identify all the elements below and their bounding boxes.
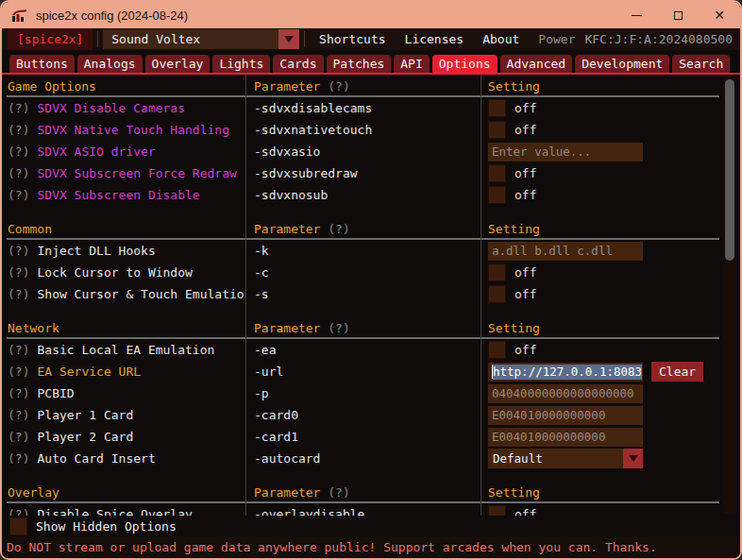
- help-icon[interactable]: (?): [8, 166, 29, 180]
- tab-api[interactable]: API: [394, 55, 429, 73]
- brand-label: [spice2x]: [8, 28, 93, 50]
- option-row-sdvx-asio-driver: (?)SDVX ASIO driver-sdvxasioEnter value.…: [2, 141, 740, 162]
- option-label-cell: (?)EA Service URL: [2, 365, 245, 379]
- checkbox[interactable]: [488, 285, 506, 303]
- option-label: Show Cursor & Touch Emulation B: [37, 287, 245, 301]
- dropdown-select[interactable]: Default: [488, 449, 643, 468]
- options-table: Game OptionsParameter (?)Setting(?)SDVX …: [2, 75, 740, 516]
- tab-cards[interactable]: Cards: [273, 55, 323, 73]
- tab-overlay[interactable]: Overlay: [145, 55, 211, 73]
- triangle-down-icon: [284, 36, 294, 42]
- option-row-inject-dll-hooks: (?)Inject DLL Hooks-ka.dll b.dll c.dll: [2, 240, 740, 262]
- checkbox[interactable]: [488, 263, 506, 281]
- maximize-button[interactable]: [657, 2, 699, 28]
- text-input[interactable]: http://127.0.0.1:8083: [488, 363, 643, 382]
- help-icon[interactable]: (?): [8, 430, 29, 444]
- tab-development[interactable]: Development: [575, 55, 669, 73]
- window-controls: ✕: [616, 2, 740, 28]
- option-row-sdvx-subscreen-disable: (?)SDVX Subscreen Disable-sdvxnosuboff: [2, 184, 740, 206]
- tab-buttons[interactable]: Buttons: [9, 55, 75, 73]
- help-icon[interactable]: (?): [8, 507, 29, 516]
- option-row-disable-spice-overlay: (?)Disable Spice Overlay-overlaydisableo…: [2, 503, 740, 516]
- setting-cell: off: [481, 263, 740, 281]
- tab-lights[interactable]: Lights: [212, 55, 270, 73]
- option-label: Disable Spice Overlay: [37, 507, 192, 516]
- help-icon[interactable]: (?): [8, 244, 29, 258]
- menu-item-shortcuts[interactable]: Shortcuts: [310, 28, 395, 50]
- dropdown-arrow-button[interactable]: [623, 449, 643, 468]
- game-select-arrow-button[interactable]: [278, 29, 299, 49]
- parameter-header-cell: Parameter (?): [245, 485, 481, 500]
- scrollbar[interactable]: [723, 76, 736, 514]
- text-input[interactable]: E004010000000000: [488, 406, 643, 425]
- menu-item-licenses[interactable]: Licenses: [396, 28, 474, 50]
- checkbox[interactable]: [488, 186, 506, 204]
- help-icon[interactable]: (?): [8, 451, 29, 466]
- checkbox[interactable]: [488, 99, 506, 117]
- help-icon[interactable]: (?): [8, 188, 29, 202]
- help-icon[interactable]: (?): [8, 365, 29, 379]
- minimize-button[interactable]: [616, 2, 657, 28]
- clear-button[interactable]: Clear: [651, 362, 703, 382]
- option-label: SDVX Native Touch Handling: [37, 123, 229, 137]
- window-title: spice2x config (2024-08-24): [36, 8, 188, 23]
- text-input[interactable]: 04040000000000000000: [488, 384, 643, 403]
- checkbox[interactable]: [488, 121, 506, 139]
- tab-options[interactable]: Options: [432, 55, 497, 73]
- help-icon[interactable]: (?): [328, 79, 349, 93]
- checkbox[interactable]: [488, 164, 506, 182]
- option-label: Auto Card Insert: [37, 451, 155, 466]
- parameter-cell: -card0: [245, 408, 481, 422]
- tab-search[interactable]: Search: [672, 55, 730, 73]
- text-input[interactable]: a.dll b.dll c.dll: [488, 242, 643, 261]
- setting-header-cell: Setting: [481, 321, 740, 335]
- section-header: OverlayParameter (?)Setting: [2, 483, 740, 501]
- help-icon[interactable]: (?): [8, 123, 29, 137]
- option-row-pcbid: (?)PCBID-p04040000000000000000: [2, 382, 740, 404]
- checkbox[interactable]: [488, 505, 506, 516]
- help-icon[interactable]: (?): [328, 485, 349, 500]
- section-title-cell: Overlay: [2, 485, 245, 500]
- scrollbar-thumb[interactable]: [725, 79, 734, 261]
- parameter-header-cell: Parameter (?): [245, 222, 481, 236]
- help-icon[interactable]: (?): [8, 287, 29, 301]
- help-icon[interactable]: (?): [8, 101, 29, 115]
- tab-advanced[interactable]: Advanced: [500, 55, 573, 73]
- option-label: SDVX Subscreen Disable: [37, 188, 199, 202]
- section-header: CommonParameter (?)Setting: [2, 219, 740, 238]
- checkbox[interactable]: [488, 341, 506, 359]
- help-icon[interactable]: (?): [8, 386, 29, 400]
- setting-cell: off: [481, 186, 740, 204]
- checkbox-state: off: [514, 287, 536, 301]
- tab-analogs[interactable]: Analogs: [77, 55, 143, 73]
- text-input[interactable]: E004010000000000: [488, 428, 643, 447]
- help-icon[interactable]: (?): [8, 144, 29, 159]
- text-input[interactable]: Enter value...: [488, 143, 643, 161]
- help-icon[interactable]: (?): [8, 408, 29, 422]
- show-hidden-checkbox[interactable]: [9, 518, 27, 535]
- option-row-sdvx-subscreen-force-redraw: (?)SDVX Subscreen Force Redraw-sdvxsubre…: [2, 162, 740, 184]
- parameter-header: Parameter: [254, 321, 328, 335]
- parameter-cell: -card1: [245, 430, 481, 444]
- help-icon[interactable]: (?): [328, 222, 349, 236]
- checkbox-state: off: [514, 265, 536, 280]
- option-row-player-2-card: (?)Player 2 Card-card1E004010000000000: [2, 426, 740, 448]
- section-game-options: Game OptionsParameter (?)Setting(?)SDVX …: [2, 76, 740, 206]
- tab-patches[interactable]: Patches: [327, 55, 392, 73]
- help-icon[interactable]: (?): [8, 265, 29, 280]
- section-title-cell: Network: [2, 321, 245, 335]
- menu-item-about[interactable]: About: [473, 28, 529, 50]
- app-icon: [11, 8, 28, 23]
- game-select[interactable]: Sound Voltex: [103, 29, 299, 49]
- help-icon[interactable]: (?): [8, 343, 29, 357]
- option-label-cell: (?)SDVX Native Touch Handling: [2, 123, 245, 137]
- help-icon[interactable]: (?): [328, 321, 349, 335]
- parameter-cell: -url: [245, 365, 481, 379]
- close-button[interactable]: ✕: [699, 2, 740, 28]
- option-label: SDVX ASIO driver: [37, 144, 155, 159]
- option-row-show-cursor-touch-emulation-b: (?)Show Cursor & Touch Emulation B-soff: [2, 283, 740, 305]
- input-value: http://127.0.0.1:8083: [493, 365, 642, 380]
- setting-cell: off: [481, 164, 740, 182]
- option-label-cell: (?)SDVX ASIO driver: [2, 144, 245, 159]
- input-placeholder: E004010000000000: [492, 408, 605, 422]
